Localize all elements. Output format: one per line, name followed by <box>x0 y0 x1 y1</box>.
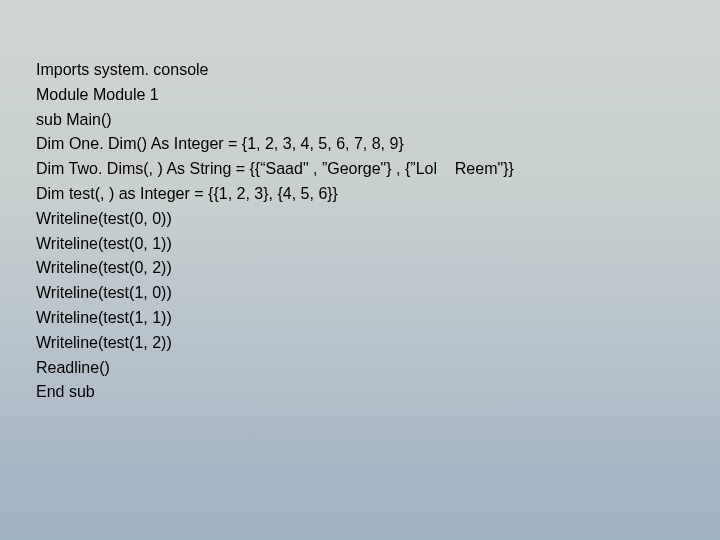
slide: Imports system. console Module Module 1 … <box>0 0 720 405</box>
code-line: Writeline(test(1, 2)) <box>36 331 684 356</box>
code-line: Dim Two. Dims(, ) As String = {{“Saad" ,… <box>36 157 684 182</box>
code-line: End sub <box>36 380 684 405</box>
code-line: Readline() <box>36 356 684 381</box>
code-line: Writeline(test(0, 1)) <box>36 232 684 257</box>
code-line: sub Main() <box>36 108 684 133</box>
code-line: Module Module 1 <box>36 83 684 108</box>
code-line: Writeline(test(0, 0)) <box>36 207 684 232</box>
code-line: Writeline(test(1, 0)) <box>36 281 684 306</box>
code-line: Dim One. Dim() As Integer = {1, 2, 3, 4,… <box>36 132 684 157</box>
code-line: Dim test(, ) as Integer = {{1, 2, 3}, {4… <box>36 182 684 207</box>
code-line: Writeline(test(0, 2)) <box>36 256 684 281</box>
code-line: Imports system. console <box>36 58 684 83</box>
code-line: Writeline(test(1, 1)) <box>36 306 684 331</box>
